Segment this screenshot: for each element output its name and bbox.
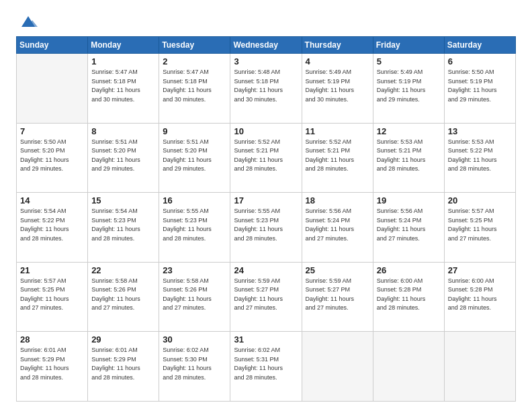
day-info: Sunrise: 5:50 AM Sunset: 5:20 PM Dayligh… xyxy=(20,138,84,174)
day-info: Sunrise: 6:00 AM Sunset: 5:28 PM Dayligh… xyxy=(377,277,441,313)
day-number: 26 xyxy=(377,265,441,275)
day-cell: 20Sunrise: 5:57 AM Sunset: 5:25 PM Dayli… xyxy=(444,193,515,263)
day-info: Sunrise: 5:54 AM Sunset: 5:22 PM Dayligh… xyxy=(20,207,84,243)
week-row-1: 1Sunrise: 5:47 AM Sunset: 5:18 PM Daylig… xyxy=(17,54,516,124)
day-info: Sunrise: 6:01 AM Sunset: 5:29 PM Dayligh… xyxy=(20,346,84,382)
day-cell: 23Sunrise: 5:58 AM Sunset: 5:26 PM Dayli… xyxy=(159,262,230,332)
week-row-2: 7Sunrise: 5:50 AM Sunset: 5:20 PM Daylig… xyxy=(17,123,516,193)
day-number: 7 xyxy=(20,126,84,136)
day-info: Sunrise: 5:48 AM Sunset: 5:18 PM Dayligh… xyxy=(234,68,298,104)
day-cell: 13Sunrise: 5:53 AM Sunset: 5:22 PM Dayli… xyxy=(444,123,515,193)
col-header-monday: Monday xyxy=(88,37,159,54)
day-cell: 17Sunrise: 5:55 AM Sunset: 5:23 PM Dayli… xyxy=(230,193,302,263)
day-info: Sunrise: 5:52 AM Sunset: 5:21 PM Dayligh… xyxy=(234,138,298,174)
day-number: 30 xyxy=(163,334,226,345)
day-cell: 21Sunrise: 5:57 AM Sunset: 5:25 PM Dayli… xyxy=(17,262,88,332)
day-number: 16 xyxy=(163,195,226,205)
day-number: 15 xyxy=(91,195,155,205)
day-number: 29 xyxy=(91,334,155,345)
day-cell: 28Sunrise: 6:01 AM Sunset: 5:29 PM Dayli… xyxy=(17,332,88,402)
day-info: Sunrise: 5:47 AM Sunset: 5:18 PM Dayligh… xyxy=(163,68,226,104)
day-cell xyxy=(444,332,515,402)
day-info: Sunrise: 5:59 AM Sunset: 5:27 PM Dayligh… xyxy=(306,277,369,313)
day-info: Sunrise: 5:58 AM Sunset: 5:26 PM Dayligh… xyxy=(91,277,155,313)
day-cell: 24Sunrise: 5:59 AM Sunset: 5:27 PM Dayli… xyxy=(230,262,302,332)
day-info: Sunrise: 5:57 AM Sunset: 5:25 PM Dayligh… xyxy=(20,277,84,313)
day-number: 18 xyxy=(306,195,369,205)
day-number: 20 xyxy=(448,195,512,205)
day-info: Sunrise: 5:58 AM Sunset: 5:26 PM Dayligh… xyxy=(163,277,226,313)
day-info: Sunrise: 5:56 AM Sunset: 5:24 PM Dayligh… xyxy=(306,207,369,243)
day-cell: 29Sunrise: 6:01 AM Sunset: 5:29 PM Dayli… xyxy=(88,332,159,402)
day-cell: 9Sunrise: 5:51 AM Sunset: 5:20 PM Daylig… xyxy=(159,123,230,193)
day-number: 14 xyxy=(20,195,84,205)
day-number: 2 xyxy=(163,56,226,66)
day-cell: 11Sunrise: 5:52 AM Sunset: 5:21 PM Dayli… xyxy=(302,123,373,193)
day-number: 8 xyxy=(91,126,155,136)
day-info: Sunrise: 5:55 AM Sunset: 5:23 PM Dayligh… xyxy=(163,207,226,243)
day-number: 24 xyxy=(234,265,298,275)
day-info: Sunrise: 6:02 AM Sunset: 5:31 PM Dayligh… xyxy=(234,346,298,382)
day-info: Sunrise: 5:49 AM Sunset: 5:19 PM Dayligh… xyxy=(306,68,369,104)
day-info: Sunrise: 5:51 AM Sunset: 5:20 PM Dayligh… xyxy=(163,138,226,174)
logo-icon xyxy=(19,12,38,31)
week-row-5: 28Sunrise: 6:01 AM Sunset: 5:29 PM Dayli… xyxy=(17,332,516,402)
day-cell: 15Sunrise: 5:54 AM Sunset: 5:23 PM Dayli… xyxy=(88,193,159,263)
header xyxy=(16,12,516,31)
calendar-table: SundayMondayTuesdayWednesdayThursdayFrid… xyxy=(16,36,516,402)
col-header-saturday: Saturday xyxy=(444,37,515,54)
day-number: 27 xyxy=(448,265,512,275)
col-header-sunday: Sunday xyxy=(17,37,88,54)
col-header-wednesday: Wednesday xyxy=(230,37,302,54)
day-number: 9 xyxy=(163,126,226,136)
day-cell: 26Sunrise: 6:00 AM Sunset: 5:28 PM Dayli… xyxy=(373,262,444,332)
day-cell: 7Sunrise: 5:50 AM Sunset: 5:20 PM Daylig… xyxy=(17,123,88,193)
day-info: Sunrise: 5:57 AM Sunset: 5:25 PM Dayligh… xyxy=(448,207,512,243)
day-cell: 4Sunrise: 5:49 AM Sunset: 5:19 PM Daylig… xyxy=(302,54,373,124)
day-number: 3 xyxy=(234,56,298,66)
day-number: 10 xyxy=(234,126,298,136)
day-cell: 18Sunrise: 5:56 AM Sunset: 5:24 PM Dayli… xyxy=(302,193,373,263)
day-number: 21 xyxy=(20,265,84,275)
day-cell: 2Sunrise: 5:47 AM Sunset: 5:18 PM Daylig… xyxy=(159,54,230,124)
day-info: Sunrise: 5:53 AM Sunset: 5:22 PM Dayligh… xyxy=(448,138,512,174)
day-info: Sunrise: 6:02 AM Sunset: 5:30 PM Dayligh… xyxy=(163,346,226,382)
day-info: Sunrise: 5:51 AM Sunset: 5:20 PM Dayligh… xyxy=(91,138,155,174)
col-header-thursday: Thursday xyxy=(302,37,373,54)
day-cell xyxy=(302,332,373,402)
day-number: 5 xyxy=(377,56,441,66)
day-info: Sunrise: 5:49 AM Sunset: 5:19 PM Dayligh… xyxy=(377,68,441,104)
day-cell: 10Sunrise: 5:52 AM Sunset: 5:21 PM Dayli… xyxy=(230,123,302,193)
day-cell: 16Sunrise: 5:55 AM Sunset: 5:23 PM Dayli… xyxy=(159,193,230,263)
day-number: 1 xyxy=(91,56,155,66)
day-cell: 22Sunrise: 5:58 AM Sunset: 5:26 PM Dayli… xyxy=(88,262,159,332)
day-info: Sunrise: 5:59 AM Sunset: 5:27 PM Dayligh… xyxy=(234,277,298,313)
day-info: Sunrise: 6:01 AM Sunset: 5:29 PM Dayligh… xyxy=(91,346,155,382)
day-cell: 14Sunrise: 5:54 AM Sunset: 5:22 PM Dayli… xyxy=(17,193,88,263)
day-cell: 31Sunrise: 6:02 AM Sunset: 5:31 PM Dayli… xyxy=(230,332,302,402)
logo xyxy=(16,12,38,31)
day-number: 12 xyxy=(377,126,441,136)
day-cell: 30Sunrise: 6:02 AM Sunset: 5:30 PM Dayli… xyxy=(159,332,230,402)
day-cell xyxy=(17,54,88,124)
day-cell: 25Sunrise: 5:59 AM Sunset: 5:27 PM Dayli… xyxy=(302,262,373,332)
day-cell: 8Sunrise: 5:51 AM Sunset: 5:20 PM Daylig… xyxy=(88,123,159,193)
day-number: 31 xyxy=(234,334,298,345)
day-info: Sunrise: 5:47 AM Sunset: 5:18 PM Dayligh… xyxy=(91,68,155,104)
day-cell: 27Sunrise: 6:00 AM Sunset: 5:28 PM Dayli… xyxy=(444,262,515,332)
day-cell: 3Sunrise: 5:48 AM Sunset: 5:18 PM Daylig… xyxy=(230,54,302,124)
day-number: 23 xyxy=(163,265,226,275)
week-row-4: 21Sunrise: 5:57 AM Sunset: 5:25 PM Dayli… xyxy=(17,262,516,332)
day-cell: 6Sunrise: 5:50 AM Sunset: 5:19 PM Daylig… xyxy=(444,54,515,124)
day-number: 19 xyxy=(377,195,441,205)
day-number: 28 xyxy=(20,334,84,345)
day-info: Sunrise: 5:52 AM Sunset: 5:21 PM Dayligh… xyxy=(306,138,369,174)
day-number: 6 xyxy=(448,56,512,66)
day-cell: 19Sunrise: 5:56 AM Sunset: 5:24 PM Dayli… xyxy=(373,193,444,263)
day-number: 11 xyxy=(306,126,369,136)
day-number: 25 xyxy=(306,265,369,275)
col-header-tuesday: Tuesday xyxy=(159,37,230,54)
day-info: Sunrise: 5:56 AM Sunset: 5:24 PM Dayligh… xyxy=(377,207,441,243)
col-header-friday: Friday xyxy=(373,37,444,54)
day-info: Sunrise: 5:55 AM Sunset: 5:23 PM Dayligh… xyxy=(234,207,298,243)
